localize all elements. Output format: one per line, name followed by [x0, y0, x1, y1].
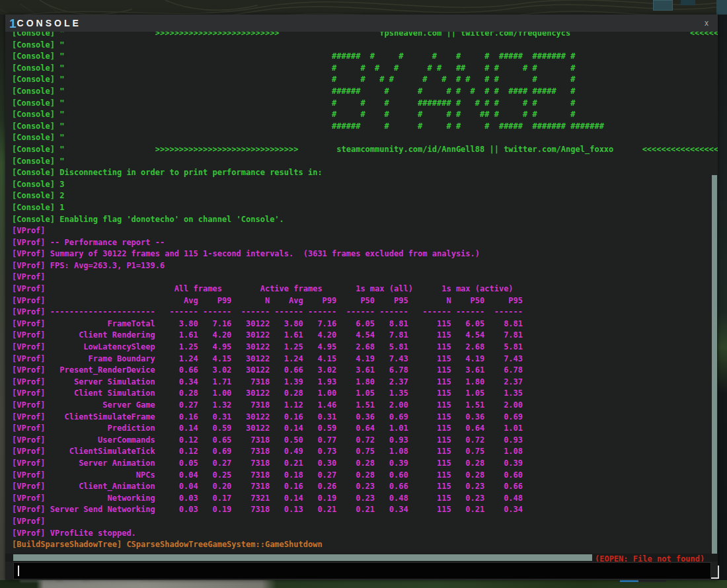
console-line: [Console] Enabling flag 'donotecho' on c… — [12, 214, 718, 226]
console-line: [VProf] — [12, 225, 718, 237]
console-line: [VProf] NPCs 0.04 0.25 7318 0.18 0.27 0.… — [12, 470, 718, 482]
console-line: [VProf] — [12, 516, 718, 528]
console-line: [VProf] FPS: Avg=263.3, P1=139.6 — [12, 260, 718, 272]
console-lines: [Console] " >>>>>>>>>>>>>>>>>>>>>>>>>> f… — [12, 32, 718, 551]
console-bottom-strip: (EOPEN: File not found) — [5, 554, 718, 562]
console-line: [Console] " — [12, 156, 718, 168]
game-screen: 1 CONSOLE x [Console] " >>>>>>>>>>>>>>>>… — [0, 0, 727, 588]
console-line: [Console] " # # # # # # ## # # # # — [12, 109, 718, 121]
console-window: 1 CONSOLE x [Console] " >>>>>>>>>>>>>>>>… — [5, 15, 718, 580]
console-line: [Console] " >>>>>>>>>>>>>>>>>>>>>>>>>> f… — [12, 32, 718, 40]
console-line: [Console] " # # # # # # # # # # # # — [12, 74, 718, 86]
game-ui-fragment — [681, 0, 695, 5]
console-line: [Console] " >>>>>>>>>>>>>>>>>>>>>>>>>>>>… — [12, 144, 718, 156]
game-ui-fragment — [653, 0, 673, 11]
console-line: [Console] " ###### # # # # # # # #### ##… — [12, 86, 718, 98]
console-line: [Console] Disconnecting in order to prin… — [12, 167, 718, 179]
console-line: [Console] 3 — [12, 179, 718, 191]
console-line: [VProf] -- Performance report -- — [12, 237, 718, 249]
console-line: [VProf] Server Send Networking 0.03 0.19… — [12, 504, 718, 516]
vertical-scrollbar-thumb[interactable] — [712, 175, 717, 554]
console-line: [VProf] Client Rendering 1.61 4.20 30122… — [12, 330, 718, 342]
console-line: [Console] " ###### # # # # # ##### #####… — [12, 51, 718, 63]
console-output[interactable]: [Console] " >>>>>>>>>>>>>>>>>>>>>>>>>> f… — [5, 32, 718, 554]
console-line: [Console] " — [12, 40, 718, 52]
console-tab-number: 1 — [9, 17, 17, 30]
game-background-right — [718, 15, 727, 588]
console-line: [VProf] ClientSimulateTick 0.12 0.69 731… — [12, 446, 718, 458]
console-line: [VProf] Server Simulation 0.34 1.71 7318… — [12, 377, 718, 388]
console-line: [VProf] — [12, 272, 718, 283]
game-ui-fragment — [716, 0, 727, 15]
console-line: [Console] " # # # ####### # # # # # # # — [12, 98, 718, 110]
console-line: [Console] " # # # # # # ## # # # # # — [12, 63, 718, 75]
horizontal-scrollbar-thumb[interactable] — [13, 554, 592, 561]
console-line: [VProf] Frame Boundary 1.24 4.15 30122 1… — [12, 353, 718, 365]
console-line: [VProf] ---------------------- ------ --… — [12, 307, 718, 318]
console-line: [Console] 1 — [12, 202, 718, 214]
console-line: [VProf] Server Animation 0.05 0.27 7318 … — [12, 458, 718, 470]
console-line: [VProf] VProfLite stopped. — [12, 528, 718, 540]
console-line: [VProf] All frames Active frames 1s max … — [12, 283, 718, 295]
console-input-row — [5, 562, 718, 580]
console-line: [VProf] Present_RenderDevice 0.66 3.02 3… — [12, 365, 718, 377]
vertical-scrollbar-track[interactable] — [712, 32, 718, 554]
resize-handle[interactable] — [711, 566, 719, 579]
console-line: [VProf] Summary of 30122 frames and 115 … — [12, 248, 718, 260]
console-line: [VProf] UserCommands 0.12 0.65 7318 0.50… — [12, 435, 718, 447]
console-line: [VProf] Client Simulation 0.28 1.00 3012… — [12, 388, 718, 400]
console-line: [VProf] Server Game 0.27 1.32 7318 1.12 … — [12, 400, 718, 412]
text-caret — [18, 566, 19, 576]
console-line: [VProf] FrameTotal 3.80 7.16 30122 3.80 … — [12, 318, 718, 330]
console-input[interactable] — [13, 562, 711, 579]
console-line: [Console] 2 — [12, 190, 718, 202]
console-line: [VProf] ClientSimulateFrame 0.16 0.31 30… — [12, 412, 718, 423]
console-line: [VProf] Networking 0.03 0.17 7321 0.14 0… — [12, 493, 718, 505]
console-line: [Console] " ###### # # # # # ##### #####… — [12, 121, 718, 133]
console-title: CONSOLE — [17, 18, 81, 28]
console-line: [VProf] Avg P99 N Avg P99 P50 P95 N P50 … — [12, 295, 718, 307]
console-line: [BuildSparseShadowTree] CSparseShadowTre… — [12, 539, 718, 551]
close-button[interactable]: x — [701, 17, 712, 29]
console-line: [VProf] Client_Animation 0.04 0.20 7318 … — [12, 481, 718, 493]
console-line: [VProf] Prediction 0.14 0.59 30122 0.14 … — [12, 423, 718, 435]
console-line: [Console] " — [12, 132, 718, 144]
console-titlebar[interactable]: 1 CONSOLE x — [5, 15, 718, 32]
console-line: [VProf] LowLatencySleep 1.25 4.95 30122 … — [12, 342, 718, 353]
game-background-left — [0, 15, 5, 588]
